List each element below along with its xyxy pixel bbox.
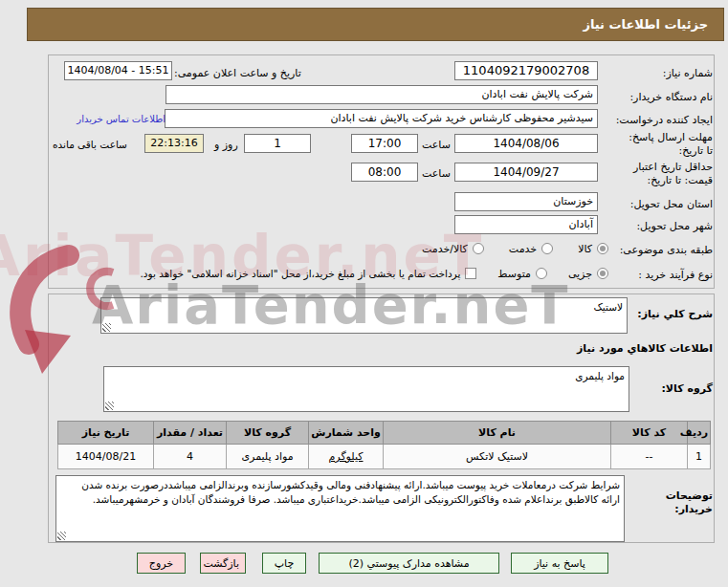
col-item-name: نام کالا [384, 422, 611, 445]
announce-datetime-field[interactable]: 1404/08/04 - 15:51 [64, 61, 172, 80]
response-deadline-label: مهلت ارسال پاسخ: تا تاریخ: [620, 131, 713, 158]
radio-service-icon[interactable] [541, 243, 553, 254]
general-description-value: لاستیک [593, 301, 623, 313]
radio-goods-icon[interactable] [597, 243, 608, 254]
process-type-options: جزیی متوسط پرداخت تمام یا بخشی از مبلغ خ… [140, 266, 608, 281]
col-unit: واحد شمارش [309, 422, 384, 445]
view-attached-documents-button[interactable]: مشاهده مدارک پیوستي (2) [319, 553, 499, 574]
treasury-checkbox[interactable] [465, 268, 476, 279]
goods-group-label: گروه کالا: [661, 382, 713, 395]
goods-table-row: 1 -- لاستیک لاتکس کیلوگرم مواد پلیمری 4 … [58, 445, 711, 469]
option-goods-service[interactable]: کالا/خدمت [422, 243, 484, 255]
cell-unit-link[interactable]: کیلوگرم [309, 445, 384, 469]
goods-table: ردیف کد کالا نام کالا واحد شمارش گروه کا… [57, 421, 711, 469]
option-goods-service-label: کالا/خدمت [422, 243, 468, 255]
classification-label: طبقه بندی موضوعی: [620, 244, 713, 256]
deadline-date-field[interactable]: 1404/08/06 [454, 134, 598, 153]
general-description-textarea[interactable]: لاستیک [100, 297, 628, 334]
cell-quantity: 4 [154, 445, 227, 469]
col-row: ردیف [688, 422, 711, 445]
resize-handle-icon[interactable] [57, 532, 66, 540]
radio-goods-service-icon[interactable] [473, 243, 484, 254]
deadline-hour-label: ساعت [422, 139, 451, 151]
col-group: گروه کالا [227, 422, 309, 445]
buyer-org-label: نام دستگاه خریدار: [629, 91, 713, 103]
col-quantity: تعداد / مقدار [154, 422, 227, 445]
resize-handle-icon[interactable] [102, 323, 111, 332]
option-medium[interactable]: متوسط [497, 268, 547, 280]
option-minor[interactable]: جزیی [568, 268, 608, 280]
deadline-time-field[interactable]: 17:00 [351, 134, 418, 153]
goods-group-value: مواد پلیمری [575, 370, 625, 381]
remaining-days-label: روز و [214, 139, 238, 151]
treasury-payment-option[interactable]: پرداخت تمام یا بخشی از مبلغ خرید،از محل … [140, 268, 476, 279]
back-button[interactable]: بازگشت [200, 553, 246, 574]
goods-table-header-row: ردیف کد کالا نام کالا واحد شمارش گروه کا… [58, 422, 711, 445]
buyer-org-field[interactable]: شرکت پالایش نفت ابادان [165, 85, 598, 104]
buyer-contact-link[interactable]: اطلاعات تماس خریدار [91, 114, 165, 124]
price-validity-label: حداقل تاریخ اعتبار قیمت: تا تاریخ: [622, 161, 713, 187]
request-creator-field[interactable]: سیدشیر محفوظی کارشناس خرید شرکت پالایش ن… [165, 109, 598, 128]
goods-section-header: اطلاعات کالاهاي مورد نیاز [577, 342, 713, 355]
general-description-label: شرح کلي نیاز: [637, 308, 713, 320]
need-number-field[interactable]: 1104092179002708 [454, 61, 598, 80]
remaining-time-field[interactable]: 22:13:16 [144, 134, 204, 153]
buyer-notes-textarea[interactable]: شرایط شرکت درمعاملات خرید پیوست میباشد.ا… [55, 475, 625, 542]
remaining-days-field[interactable]: 1 [244, 134, 311, 153]
need-number-label: شماره نیاز: [663, 67, 713, 79]
classification-options: کالا خدمت کالا/خدمت [422, 241, 608, 256]
radio-minor-icon[interactable] [597, 268, 608, 279]
remaining-suffix-label: ساعت باقی مانده [53, 139, 127, 150]
resize-handle-icon[interactable] [105, 402, 114, 410]
option-minor-label: جزیی [568, 268, 592, 280]
radio-medium-icon[interactable] [536, 268, 547, 279]
treasury-checkbox-label: پرداخت تمام یا بخشی از مبلغ خرید،از محل … [140, 268, 460, 279]
buyer-notes-value: شرایط شرکت درمعاملات خرید پیوست میباشد.ا… [81, 479, 620, 505]
page-title: جزئیات اطلاعات نیاز [27, 8, 724, 41]
delivery-province-field[interactable]: خوزستان [454, 192, 598, 211]
cell-row: 1 [688, 445, 711, 469]
cell-item-code: -- [611, 445, 688, 469]
delivery-province-label: استان محل تحویل: [630, 198, 713, 210]
goods-group-textarea[interactable]: مواد پلیمری [103, 366, 629, 412]
cell-group: مواد پلیمری [227, 445, 309, 469]
col-item-code: کد کالا [611, 422, 688, 445]
tender-details-page: جزئیات اطلاعات نیاز شماره نیاز: 11040921… [0, 0, 728, 587]
validity-date-field[interactable]: 1404/09/27 [454, 163, 598, 182]
option-service[interactable]: خدمت [509, 243, 553, 255]
respond-to-need-button[interactable]: پاسخ به نیاز [511, 553, 608, 574]
validity-hour-label: ساعت [422, 167, 451, 180]
delivery-city-label: شهر محل تحویل: [636, 220, 713, 232]
col-need-date: تاریخ نیاز [58, 422, 154, 445]
cell-need-date: 1404/08/21 [58, 445, 154, 469]
request-creator-label: ایجاد کننده درخواست: [616, 114, 713, 126]
process-type-label: نوع فرآیند خرید : [638, 269, 713, 281]
validity-time-field[interactable]: 08:00 [351, 163, 418, 182]
exit-button[interactable]: خروج [137, 553, 186, 574]
cell-item-name: لاستیک لاتکس [384, 445, 611, 469]
print-button[interactable]: چاپ [262, 553, 306, 574]
option-service-label: خدمت [509, 243, 537, 255]
buyer-notes-label: توضیحات خریدار: [659, 489, 713, 516]
option-goods-label: کالا [578, 243, 592, 255]
option-goods[interactable]: کالا [578, 243, 608, 255]
announce-datetime-label: تاریخ و ساعت اعلان عمومی: [174, 67, 301, 79]
option-medium-label: متوسط [497, 268, 531, 280]
delivery-city-field[interactable]: آبادان [454, 215, 598, 234]
